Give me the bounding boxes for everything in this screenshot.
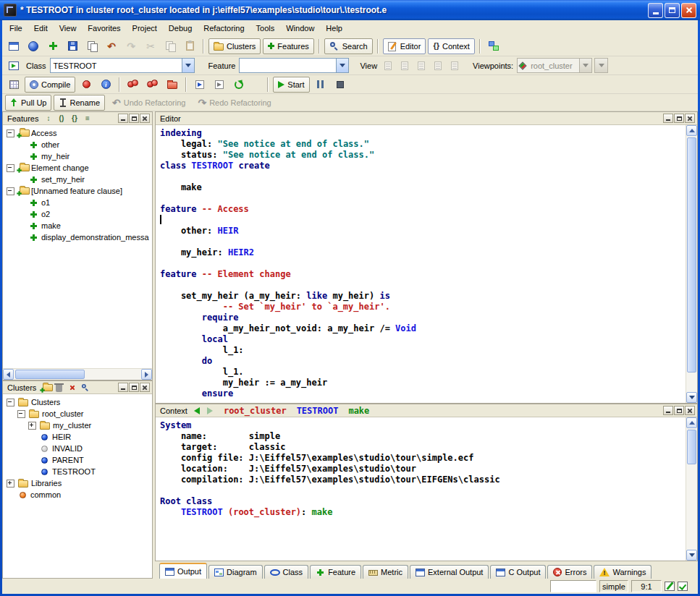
collapse-icon[interactable] <box>7 187 14 195</box>
collapse-icon[interactable] <box>7 164 14 172</box>
compile-button[interactable]: Compile <box>25 77 75 93</box>
rename-button[interactable]: Rename <box>54 95 105 111</box>
code-line[interactable]: legal: "See notice at end of class." <box>160 139 686 150</box>
open-in-new-window-button[interactable] <box>5 58 22 74</box>
context-vertical-scrollbar[interactable] <box>686 417 697 561</box>
collapse-icon[interactable] <box>17 410 25 418</box>
scroll-down-button[interactable] <box>686 392 697 403</box>
stop-button[interactable] <box>332 77 349 93</box>
features-horizontal-scrollbar[interactable] <box>3 368 152 380</box>
expand-icon[interactable] <box>28 422 36 430</box>
clear-breakpoints-button[interactable] <box>211 77 228 93</box>
menu-item-favorites[interactable]: Favorites <box>82 22 126 35</box>
scroll-left-button[interactable] <box>3 369 14 380</box>
start-button[interactable]: Start <box>273 77 309 93</box>
cluster-tree-item[interactable]: Libraries <box>3 477 152 489</box>
code-line[interactable]: feature -- Access <box>160 204 686 215</box>
feature-combo[interactable] <box>239 58 349 73</box>
close-panel-button[interactable] <box>140 114 150 123</box>
feature-tree-item[interactable]: Access <box>3 127 152 139</box>
feature-tree-item[interactable]: o2 <box>3 208 152 220</box>
code-line[interactable]: other: HEIR <box>160 226 686 237</box>
menu-item-help[interactable]: Help <box>320 22 348 35</box>
editable-mode-icon[interactable] <box>665 582 675 591</box>
feature-tree-item[interactable]: make <box>3 220 152 231</box>
maximize-panel-button[interactable] <box>674 406 684 415</box>
context-tool-button[interactable]: {}Context <box>428 38 474 54</box>
feature-tree-item[interactable]: o1 <box>3 197 152 208</box>
tab-metric[interactable]: Metric <box>363 565 408 579</box>
minimize-panel-button[interactable] <box>663 406 673 415</box>
feature-tree-item[interactable]: other <box>3 139 152 150</box>
code-line[interactable] <box>160 237 686 247</box>
close-panel-button[interactable] <box>685 114 695 123</box>
code-line[interactable]: indexing <box>160 128 686 139</box>
feature-tree-item[interactable]: Element change <box>3 162 152 174</box>
compile-info-button[interactable] <box>97 77 114 93</box>
cluster-tree-item[interactable]: common <box>3 489 152 501</box>
menu-item-debug[interactable]: Debug <box>163 22 198 35</box>
cluster-tree-item[interactable]: root_cluster <box>3 408 152 420</box>
class-link[interactable]: TESTROOT <box>191 161 233 171</box>
precompile-button[interactable] <box>164 77 181 93</box>
class-link[interactable]: HEIR2 <box>228 247 254 257</box>
tab-feature[interactable]: Feature <box>310 565 361 579</box>
pause-button[interactable] <box>312 77 329 93</box>
minimize-panel-button[interactable] <box>663 114 673 123</box>
code-line[interactable] <box>160 171 686 182</box>
finalize-button[interactable] <box>144 77 161 93</box>
tab-c-output[interactable]: C Output <box>490 565 546 579</box>
menu-item-window[interactable]: Window <box>280 22 320 35</box>
class-link[interactable]: HEIR <box>217 226 238 236</box>
code-line[interactable] <box>160 280 686 291</box>
undo-button[interactable]: ↶ <box>103 38 120 54</box>
close-button[interactable] <box>681 3 696 18</box>
cluster-tree-item[interactable]: my_cluster <box>3 420 152 431</box>
editor-code-area[interactable]: indexing legal: "See notice at end of cl… <box>156 125 686 403</box>
code-line[interactable]: my_heir: HEIR2 <box>160 247 686 258</box>
breadcrumb-testroot[interactable]: TESTROOT <box>297 406 339 416</box>
features-tool-button[interactable]: Features <box>263 38 313 54</box>
scrollbar-thumb[interactable] <box>687 137 696 372</box>
code-line[interactable]: a_my_heir_not_void: a_my_heir /= Void <box>160 323 686 334</box>
trash-icon[interactable] <box>54 383 64 393</box>
menu-item-tools[interactable]: Tools <box>250 22 281 35</box>
cluster-tree-item[interactable]: HEIR <box>3 431 152 443</box>
close-panel-button[interactable] <box>685 406 695 415</box>
class-combo-arrow[interactable] <box>182 59 194 72</box>
feature-link[interactable]: make <box>312 507 333 517</box>
menu-item-refactoring[interactable]: Refactoring <box>198 22 250 35</box>
maximize-panel-button[interactable] <box>129 383 139 392</box>
editor-tool-button[interactable]: Editor <box>383 38 426 54</box>
feature-combo-arrow[interactable] <box>336 59 348 72</box>
feature-tree-item[interactable]: display_demonstration_messa <box>3 231 152 243</box>
class-combo[interactable]: TESTROOT <box>50 58 195 73</box>
freeze-button[interactable] <box>125 77 142 93</box>
tab-class[interactable]: Class <box>264 565 309 579</box>
breadcrumb-root_cluster[interactable]: root_cluster <box>224 406 287 416</box>
code-line[interactable]: status: "See notice at end of class." <box>160 150 686 161</box>
maximize-button[interactable] <box>665 3 680 18</box>
close-panel-button[interactable] <box>140 383 150 392</box>
minimize-button[interactable] <box>648 3 663 18</box>
save-all-button[interactable] <box>83 38 101 54</box>
clusters-tool-button[interactable]: Clusters <box>208 38 261 54</box>
minimize-panel-button[interactable] <box>118 383 128 392</box>
sort-features-icon[interactable]: ↕ <box>43 114 54 124</box>
class-link[interactable]: TESTROOT <box>181 507 223 517</box>
class-link[interactable]: Void <box>395 323 416 333</box>
code-line[interactable]: set_my_heir (a_my_heir: like my_heir) is <box>160 291 686 302</box>
diagram-tool-button[interactable] <box>485 38 502 54</box>
collapse-icon[interactable] <box>7 399 14 406</box>
ignore-breakpoints-button[interactable] <box>191 77 208 93</box>
menu-item-project[interactable]: Project <box>127 22 163 35</box>
toggle-assigner-icon[interactable]: ≡ <box>82 114 93 124</box>
scroll-down-button[interactable] <box>686 550 697 561</box>
editor-vertical-scrollbar[interactable] <box>686 125 697 403</box>
new-window-button[interactable] <box>5 38 22 54</box>
menu-item-view[interactable]: View <box>54 22 83 35</box>
code-line[interactable]: my_heir := a_my_heir <box>160 378 686 388</box>
cluster-tree-item[interactable]: Clusters <box>3 396 152 408</box>
toggle-signature-icon[interactable]: () <box>56 114 67 124</box>
cluster-tree-item[interactable]: INVALID <box>3 443 152 454</box>
